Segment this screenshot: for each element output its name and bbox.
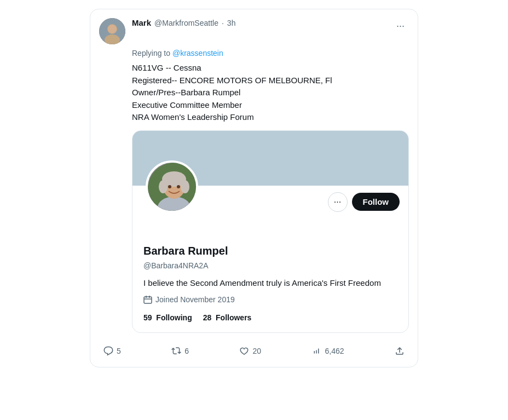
- tweet-more-button[interactable]: ···: [392, 18, 409, 34]
- followers-label: Followers: [216, 313, 251, 322]
- views-icon: [311, 346, 321, 356]
- following-stat: 59 Following: [143, 312, 192, 324]
- svg-rect-12: [144, 297, 152, 303]
- svg-point-8: [159, 180, 168, 193]
- tweet-header-left: Mark @MarkfromSeattle · 3h: [99, 18, 235, 44]
- tweet-line-3: Owner/Pres--Barbara Rumpel: [132, 87, 409, 99]
- followers-count: 28: [203, 313, 212, 322]
- tweet-time: 3h: [227, 19, 236, 27]
- retweet-button[interactable]: 6: [167, 344, 193, 358]
- retweet-icon: [171, 346, 181, 356]
- tweet-line-5: NRA Women's Leadership Forum: [132, 111, 409, 124]
- profile-username: @Barbara4NRA2A: [143, 260, 397, 272]
- views-count: 6,462: [325, 347, 344, 355]
- follow-button[interactable]: Follow: [352, 193, 400, 211]
- profile-joined: Joined November 2019: [143, 294, 397, 306]
- retweet-count: 6: [184, 347, 189, 355]
- svg-point-10: [168, 185, 171, 188]
- reply-count: 5: [117, 347, 121, 355]
- reply-to-handle[interactable]: @krassenstein: [172, 49, 223, 57]
- author-name: Mark: [132, 18, 151, 27]
- dot-separator: ·: [222, 19, 224, 27]
- following-count: 59: [143, 313, 152, 322]
- profile-bio: I believe the Second Amendment truly is …: [143, 277, 397, 289]
- views-button[interactable]: 6,462: [307, 344, 348, 358]
- tweet-actions: 5 6 20 6,462: [99, 340, 409, 358]
- like-icon: [239, 346, 249, 356]
- author-avatar: [99, 18, 125, 44]
- profile-avatar-wrapper: [146, 160, 198, 213]
- svg-point-9: [181, 180, 189, 193]
- reply-icon: [103, 346, 113, 356]
- share-button[interactable]: [390, 344, 409, 358]
- svg-point-11: [177, 185, 180, 188]
- profile-more-button[interactable]: ···: [328, 192, 348, 212]
- like-button[interactable]: 20: [235, 344, 265, 358]
- tweet-line-1: N611VG -- Cessna: [132, 62, 409, 74]
- calendar-icon: [143, 295, 152, 304]
- svg-point-3: [108, 25, 117, 33]
- reply-to-line: Replying to @krassenstein: [132, 49, 409, 57]
- tweet-card: Mark @MarkfromSeattle · 3h ··· Replying …: [90, 9, 418, 367]
- profile-banner: [132, 131, 408, 186]
- joined-text: Joined November 2019: [155, 294, 235, 306]
- tweet-header: Mark @MarkfromSeattle · 3h ···: [99, 18, 409, 44]
- profile-avatar: [146, 160, 198, 213]
- tweet-line-2: Registered-- ENCORE MOTORS OF MELBOURNE,…: [132, 74, 409, 87]
- followers-stat: 28 Followers: [203, 312, 252, 324]
- like-count: 20: [252, 347, 261, 355]
- tweet-line-4: Executive Committee Member: [132, 99, 409, 112]
- reply-button[interactable]: 5: [99, 344, 125, 358]
- profile-card-body: Barbara Rumpel @Barbara4NRA2A I believe …: [132, 212, 408, 332]
- embedded-profile-card: ··· Follow Barbara Rumpel @Barbara4NRA2A…: [132, 130, 409, 333]
- share-icon: [395, 346, 405, 356]
- profile-more-dots-icon: ···: [334, 197, 341, 207]
- author-handle: @MarkfromSeattle: [154, 19, 218, 27]
- following-label: Following: [156, 313, 192, 322]
- reply-to-label: Replying to: [132, 49, 170, 57]
- tweet-body: N611VG -- Cessna Registered-- ENCORE MOT…: [132, 62, 409, 333]
- user-info: Mark @MarkfromSeattle · 3h: [132, 18, 235, 27]
- avatar-image: [99, 18, 125, 44]
- profile-display-name: Barbara Rumpel: [143, 243, 397, 259]
- more-dots-icon: ···: [396, 20, 405, 32]
- user-name-row: Mark @MarkfromSeattle · 3h: [132, 18, 235, 27]
- profile-stats: 59 Following 28 Followers: [143, 312, 397, 324]
